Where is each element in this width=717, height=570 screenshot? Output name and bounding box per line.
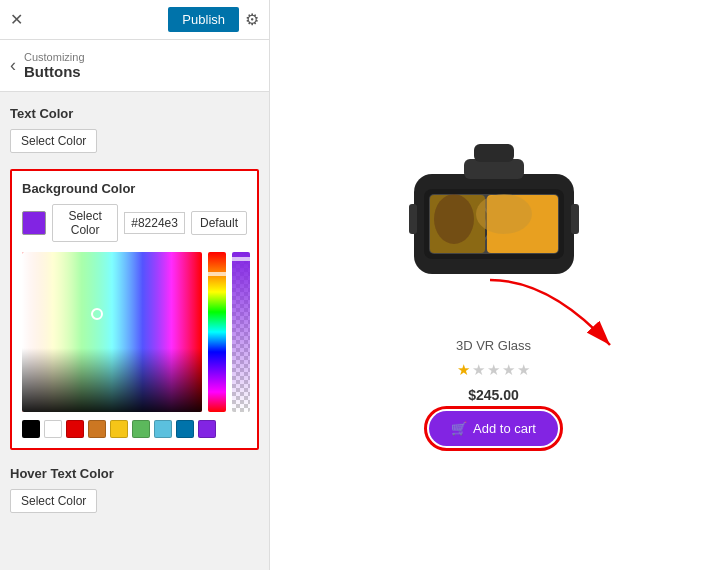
top-bar: ✕ Publish ⚙	[0, 0, 269, 40]
breadcrumb-label: Customizing	[24, 51, 85, 63]
swatch-green[interactable]	[132, 420, 150, 438]
svg-point-17	[476, 194, 532, 234]
bg-color-swatch[interactable]	[22, 211, 46, 235]
swatch-purple[interactable]	[198, 420, 216, 438]
red-arrow-svg	[470, 270, 650, 370]
swatch-red[interactable]	[66, 420, 84, 438]
close-button[interactable]: ✕	[10, 10, 23, 29]
hue-slider[interactable]	[208, 252, 226, 412]
hover-text-section: Hover Text Color Select Color	[10, 466, 259, 513]
swatches-row	[22, 420, 247, 438]
swatch-yellow[interactable]	[110, 420, 128, 438]
bg-color-title: Background Color	[22, 181, 247, 196]
hover-text-title: Hover Text Color	[10, 466, 259, 481]
swatch-white[interactable]	[44, 420, 62, 438]
text-color-title: Text Color	[10, 106, 259, 121]
left-panel: ✕ Publish ⚙ ‹ Customizing Buttons Text C…	[0, 0, 270, 570]
right-panel: 3D VR Glass ★ ★ ★ ★ ★ $245.00 🛒 Add to c…	[270, 0, 717, 570]
breadcrumb-area: Customizing Buttons	[24, 51, 85, 80]
add-to-cart-button[interactable]: 🛒 Add to cart	[429, 411, 558, 446]
svg-point-16	[434, 194, 474, 244]
cart-icon: 🛒	[451, 421, 467, 436]
alpha-thumb	[232, 257, 250, 261]
swatch-orange[interactable]	[88, 420, 106, 438]
panel-content: Text Color Select Color Background Color…	[0, 92, 269, 570]
alpha-slider[interactable]	[232, 252, 250, 412]
back-button[interactable]: ‹	[10, 55, 16, 76]
product-price: $245.00	[468, 387, 519, 403]
picker-circle	[91, 308, 103, 320]
swatch-cyan[interactable]	[154, 420, 172, 438]
publish-button[interactable]: Publish	[168, 7, 239, 32]
svg-rect-18	[409, 204, 417, 234]
gear-button[interactable]: ⚙	[245, 10, 259, 29]
svg-rect-13	[474, 144, 514, 162]
text-color-section: Text Color Select Color	[10, 106, 259, 153]
swatch-black[interactable]	[22, 420, 40, 438]
top-bar-actions: Publish ⚙	[168, 7, 259, 32]
svg-rect-19	[571, 204, 579, 234]
hover-text-select-button[interactable]: Select Color	[10, 489, 97, 513]
add-to-cart-label: Add to cart	[473, 421, 536, 436]
bg-color-select-button[interactable]: Select Color	[52, 204, 118, 242]
default-button[interactable]: Default	[191, 211, 247, 235]
color-picker-area	[22, 252, 247, 412]
arrow-container	[470, 270, 650, 370]
hex-value-display: #8224e3	[124, 212, 185, 234]
swatch-blue[interactable]	[176, 420, 194, 438]
hue-thumb	[208, 272, 226, 276]
bg-color-section: Background Color Select Color #8224e3 De…	[10, 169, 259, 450]
bg-color-controls: Select Color #8224e3 Default	[22, 204, 247, 242]
picker-gradient	[22, 252, 202, 412]
star-1: ★	[457, 361, 470, 379]
color-picker-canvas[interactable]	[22, 252, 202, 412]
text-color-select-button[interactable]: Select Color	[10, 129, 97, 153]
section-title: Buttons	[24, 63, 85, 80]
nav-bar: ‹ Customizing Buttons	[0, 40, 269, 92]
